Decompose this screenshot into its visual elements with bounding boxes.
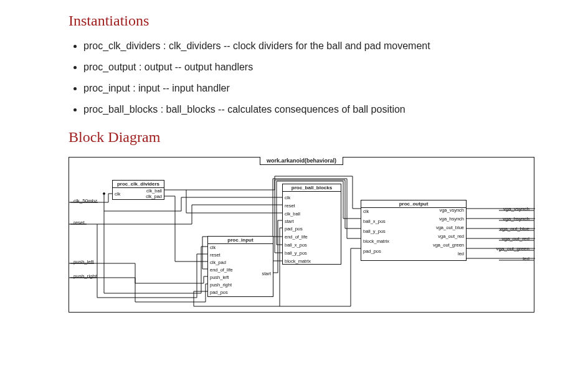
port-in: clk (285, 195, 290, 200)
ext-out-red: vga_out_red (502, 235, 529, 242)
ext-in-reset: reset (74, 219, 85, 225)
list-item: proc_input : input -- input handler (83, 83, 588, 94)
port-out: start (262, 271, 271, 276)
ext-out-green: vga_out_green (496, 245, 529, 252)
port-out: vga_vsynch (439, 208, 464, 213)
port-in: ball_y_pos (285, 251, 307, 256)
diagram-title: work.arkanoid(behavioral) (260, 157, 343, 165)
port-in: ball_x_pos (285, 243, 307, 248)
port-in: reset (210, 253, 220, 258)
port-in: push_right (210, 283, 232, 288)
ext-out-vsynch: vga_vsynch (503, 205, 529, 212)
ext-out-blue: vga_out_blue (500, 225, 529, 232)
port-in: reset (285, 204, 295, 209)
port-out: led (458, 252, 464, 257)
block-title: proc_ball_blocks (283, 184, 341, 192)
block-ball-blocks: proc_ball_blocks clk reset clk_ball star… (282, 184, 341, 265)
port-out: vga_hsynch (439, 217, 464, 222)
port-in: pad_pos (363, 249, 381, 254)
heading-instantiations: Instantiations (69, 12, 588, 29)
port-in: clk (363, 209, 369, 214)
diagram-outer: work.arkanoid(behavioral) clk_50mhz rese… (69, 157, 534, 313)
port-in: clk_pad (210, 260, 226, 265)
ext-out-hsynch: vga_hsynch (503, 215, 529, 222)
port-in: pad_pos (285, 227, 303, 232)
ext-in-pushleft: push_left (74, 258, 93, 265)
port-in: clk (115, 192, 120, 197)
block-diagram: work.arkanoid(behavioral) clk_50mhz rese… (69, 157, 534, 313)
port-out: clk_ball (146, 189, 162, 194)
port-out: vga_out_green (433, 243, 464, 248)
ext-in-clk50: clk_50mhz (74, 197, 97, 204)
block-title: proc_input (208, 237, 273, 244)
port-out: vga_out_blue (436, 225, 464, 230)
port-in: end_of_life (210, 268, 233, 273)
heading-block-diagram: Block Diagram (69, 129, 588, 146)
port-in: clk_ball (285, 212, 300, 217)
port-out: clk_pad (146, 194, 162, 199)
port-out: vga_out_red (438, 234, 464, 239)
page-root: Instantiations proc_clk_dividers : clk_d… (0, 0, 588, 313)
svg-point-6 (103, 193, 105, 195)
block-title: proc_clk_dividers (113, 181, 164, 188)
list-item: proc_output : output -- output handlers (83, 62, 588, 73)
port-in: clk (210, 245, 216, 250)
port-in: ball_y_pos (363, 229, 386, 234)
port-in: start (285, 219, 294, 224)
port-in: block_matrix (285, 259, 311, 264)
instantiations-list: proc_clk_dividers : clk_dividers -- cloc… (83, 40, 588, 115)
ext-out-led: led (523, 255, 529, 261)
port-in: block_matrix (363, 239, 389, 244)
block-input: proc_input clk reset clk_pad end_of_life… (207, 236, 273, 297)
block-clk-dividers: proc_clk_dividers clk clk_ball clk_pad (112, 180, 164, 200)
port-in: ball_x_pos (363, 219, 386, 224)
port-in: push_left (210, 275, 229, 280)
ext-in-pushright: push_right (74, 272, 97, 279)
block-output: proc_output clk ball_x_pos ball_y_pos bl… (361, 200, 467, 261)
list-item: proc_clk_dividers : clk_dividers -- cloc… (83, 40, 588, 52)
port-in: pad_pos (210, 290, 228, 295)
list-item: proc_ball_blocks : ball_blocks -- calcul… (83, 104, 588, 115)
port-in: end_of_life (285, 235, 308, 240)
